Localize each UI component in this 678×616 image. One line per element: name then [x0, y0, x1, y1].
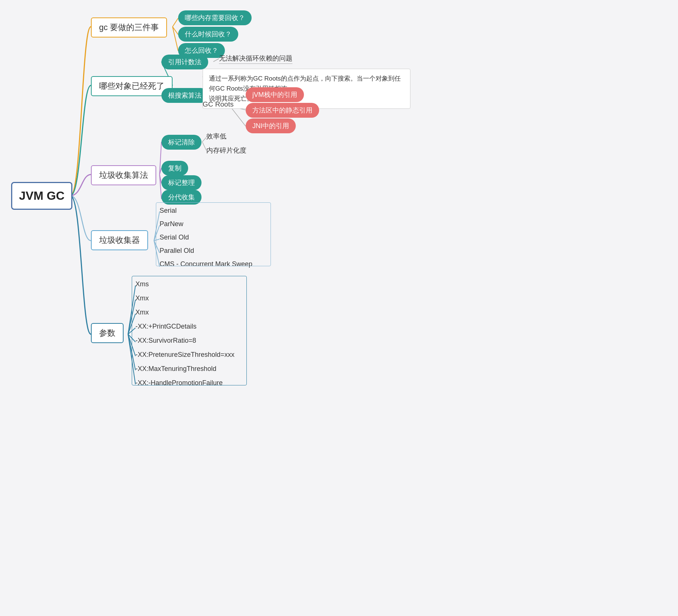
svg-line-16: [202, 142, 206, 150]
copy-node: 复制: [161, 161, 188, 176]
which-dead-label: 哪些对象已经死了: [99, 81, 164, 92]
branch-gc-todo: gc 要做的三件事: [91, 17, 167, 38]
root-search-note-text: 通过一系列称为GC Roots的点作为起点，向下搜索。当一个对象到任何GC Ro…: [209, 74, 404, 104]
mindmap-container: JVM GC gc 要做的三件事 哪些内存需要回收？ 什么时候回收？ 怎么回收？…: [0, 0, 678, 616]
gc-todo-item-3-label: 怎么回收？: [185, 46, 218, 55]
collector-cms-text: CMS - Concurrent Mark Sweep: [160, 260, 252, 268]
mark-sweep-node: 标记清除: [161, 135, 202, 150]
gc-roots-text: GC Roots: [203, 100, 233, 108]
mark-compact-node: 标记整理: [161, 175, 202, 190]
collector-cms: CMS - Concurrent Mark Sweep: [160, 260, 252, 268]
param-pretenure-text: -XX:PretenureSizeThreshold=xxx: [135, 351, 235, 359]
mark-sweep-sub2: 内存碎片化度: [206, 146, 246, 155]
svg-line-28: [128, 334, 135, 370]
param-handlepromotion: -XX:-HandlePromotionFailure: [135, 379, 223, 387]
gc-todo-item-2: 什么时候回收？: [178, 27, 238, 42]
param-handlepromotion-text: -XX:-HandlePromotionFailure: [135, 379, 223, 387]
svg-line-26: [128, 334, 135, 342]
gc-collectors-label: 垃圾收集器: [99, 235, 140, 246]
branch-params: 参数: [91, 323, 124, 343]
svg-line-20: [154, 241, 160, 253]
svg-line-29: [128, 334, 135, 384]
ref-count-note: 无法解决循环依赖的问题: [219, 54, 292, 64]
svg-line-17: [154, 212, 160, 241]
collector-parallel-old-text: Parallel Old: [160, 247, 194, 255]
gc-todo-item-1-label: 哪些内存需要回收？: [185, 13, 245, 22]
svg-line-15: [202, 137, 206, 142]
branch-which-dead: 哪些对象已经死了: [91, 76, 173, 96]
param-survivorratio-text: -XX:SurvivorRatio=8: [135, 337, 196, 345]
param-xmx2: Xmx: [135, 309, 149, 316]
collector-serial-text: Serial: [160, 207, 177, 215]
param-xms-text: Xms: [135, 280, 149, 288]
params-label: 参数: [99, 327, 115, 339]
svg-line-23: [128, 300, 135, 334]
svg-line-24: [128, 314, 135, 334]
param-maxtenuring: -XX:MaxTenuringThreshold: [135, 365, 216, 373]
root-search-node: 根搜索算法: [161, 88, 208, 103]
mark-sweep-sub1: 效率低: [206, 132, 226, 141]
param-xmx1: Xmx: [135, 294, 149, 302]
branch-gc-algo: 垃圾收集算法: [91, 165, 156, 185]
gc-roots-jvm-stack-label: jVM栈中的引用: [252, 90, 297, 99]
svg-line-11: [160, 142, 161, 175]
gc-todo-label: gc 要做的三件事: [99, 22, 159, 33]
svg-line-25: [128, 328, 135, 334]
param-xmx1-text: Xmx: [135, 294, 149, 302]
param-pretenure: -XX:PretenureSizeThreshold=xxx: [135, 351, 235, 359]
generational-label: 分代收集: [168, 193, 195, 202]
param-xms: Xms: [135, 280, 149, 288]
gc-todo-item-2-label: 什么时候回收？: [185, 30, 232, 39]
svg-line-5: [213, 59, 219, 62]
gc-roots-jni-label: JNI中的引用: [252, 121, 289, 130]
collector-serial-old: Serial Old: [160, 234, 189, 241]
svg-line-14: [160, 175, 161, 199]
svg-line-0: [173, 18, 178, 27]
ref-count-node: 引用计数法: [161, 55, 208, 69]
root-search-label: 根搜索算法: [168, 91, 202, 100]
generational-node: 分代收集: [161, 190, 202, 205]
copy-label: 复制: [168, 164, 181, 173]
svg-line-2: [173, 27, 178, 51]
svg-line-19: [154, 239, 160, 241]
root-node: JVM GC: [11, 182, 72, 210]
branch-gc-collectors: 垃圾收集器: [91, 230, 148, 250]
root-label: JVM GC: [19, 189, 65, 203]
collector-parnew: ParNew: [160, 220, 183, 228]
collector-parnew-text: ParNew: [160, 220, 183, 228]
param-maxtenuring-text: -XX:MaxTenuringThreshold: [135, 365, 216, 373]
gc-roots-label: GC Roots: [203, 100, 233, 108]
collector-serial-old-text: Serial Old: [160, 234, 189, 241]
gc-roots-method-area: 方法区中的静态引用: [246, 103, 319, 118]
mark-compact-label: 标记整理: [168, 178, 195, 187]
mark-sweep-label: 标记清除: [168, 138, 195, 147]
mark-sweep-sub2-text: 内存碎片化度: [206, 146, 246, 155]
gc-roots-jvm-stack: jVM栈中的引用: [246, 87, 304, 102]
gc-algo-label: 垃圾收集算法: [99, 170, 148, 181]
param-printgcdetails-text: -XX:+PrintGCDetails: [135, 323, 197, 330]
svg-line-27: [128, 334, 135, 356]
svg-line-22: [128, 286, 135, 334]
param-xmx2-text: Xmx: [135, 309, 149, 316]
svg-line-21: [154, 241, 160, 267]
param-printgcdetails: -XX:+PrintGCDetails: [135, 323, 197, 330]
svg-line-18: [154, 225, 160, 241]
collector-serial: Serial: [160, 207, 177, 215]
svg-line-1: [173, 27, 178, 35]
ref-count-note-text: 无法解决循环依赖的问题: [219, 54, 292, 63]
collector-parallel-old: Parallel Old: [160, 247, 194, 255]
svg-line-10: [230, 106, 246, 126]
ref-count-label: 引用计数法: [168, 58, 202, 66]
mark-sweep-sub1-text: 效率低: [206, 132, 226, 141]
gc-todo-item-1: 哪些内存需要回收？: [178, 10, 252, 25]
param-survivorratio: -XX:SurvivorRatio=8: [135, 337, 196, 345]
gc-roots-method-area-label: 方法区中的静态引用: [252, 106, 312, 115]
gc-roots-jni: JNI中的引用: [246, 118, 296, 133]
